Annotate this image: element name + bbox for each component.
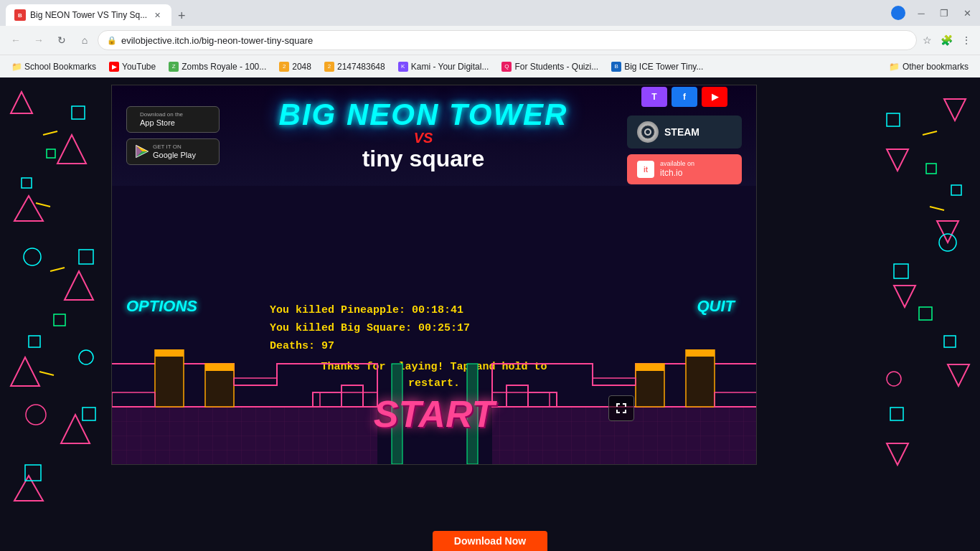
svg-marker-5: [61, 415, 90, 443]
youtube-button[interactable]: ▶: [702, 87, 727, 107]
bookmarks-bar: 📁 School Bookmarks ▶ YouTube Z Zombs Roy…: [0, 55, 980, 77]
bookmark-label: For Students - Quizi...: [514, 62, 598, 72]
game-title-area: BIG NEON TOWER VS tiny square: [234, 100, 613, 171]
ice-favicon: B: [611, 62, 621, 72]
folder-icon: 📁: [889, 62, 900, 72]
itchio-text: available on itch.io: [660, 160, 694, 178]
itchio-logo: it: [637, 161, 654, 178]
svg-rect-28: [887, 113, 900, 126]
svg-marker-27: [887, 443, 908, 465]
svg-line-33: [923, 131, 937, 135]
reload-button[interactable]: ↻: [52, 30, 72, 50]
bookmark-2048[interactable]: 2 2048: [273, 59, 317, 75]
address-bar[interactable]: 🔒 evilobjective.itch.io/big-neon-tower-t…: [98, 30, 917, 50]
youtube-favicon: ▶: [109, 62, 119, 72]
close-button[interactable]: ✕: [960, 6, 974, 20]
extensions-icon[interactable]: 🧩: [938, 32, 956, 49]
svg-rect-11: [83, 408, 95, 420]
svg-rect-50: [112, 392, 155, 407]
svg-line-16: [39, 372, 54, 375]
app-store-button[interactable]: Download on the App Store: [126, 106, 220, 133]
minimize-button[interactable]: ─: [914, 6, 928, 20]
url-text: evilobjective.itch.io/big-neon-tower-tin…: [121, 35, 908, 46]
svg-marker-6: [14, 476, 43, 501]
bookmark-label: School Bookmarks: [24, 62, 96, 72]
twitch-button[interactable]: T: [641, 87, 667, 107]
google-play-button[interactable]: GET IT ON Google Play: [126, 138, 220, 165]
svg-marker-25: [894, 286, 915, 307]
left-decorations: [0, 77, 115, 537]
svg-rect-59: [593, 378, 636, 385]
svg-rect-32: [890, 408, 903, 420]
svg-marker-24: [937, 221, 958, 242]
active-tab[interactable]: B Big NEON Tower VS Tiny Sq... ✕: [6, 4, 171, 26]
svg-marker-0: [11, 92, 32, 113]
svg-line-15: [50, 268, 65, 271]
bookmark-label: 2147483648: [337, 62, 385, 72]
svg-rect-52: [320, 392, 377, 407]
download-now-button[interactable]: Download Now: [433, 531, 547, 551]
svg-point-38: [887, 372, 901, 386]
options-button[interactable]: OPTIONS: [126, 297, 197, 316]
svg-rect-55: [686, 349, 715, 357]
svg-marker-4: [11, 357, 39, 386]
home-button[interactable]: ⌂: [75, 30, 95, 50]
itchio-button[interactable]: it available on itch.io: [627, 154, 742, 184]
new-tab-button[interactable]: +: [171, 6, 192, 26]
lock-icon: 🔒: [107, 36, 117, 45]
bookmark-kami[interactable]: K Kami - Your Digital...: [392, 59, 495, 75]
profile-icon[interactable]: [891, 6, 905, 20]
bookmark-star-icon[interactable]: ☆: [920, 32, 935, 49]
facebook-button[interactable]: f: [672, 87, 697, 107]
vs-text: VS: [248, 130, 598, 146]
bookmark-label: 2048: [292, 62, 311, 72]
svg-rect-17: [47, 149, 55, 158]
bookmark-label: Big ICE Tower Tiny...: [624, 62, 703, 72]
steam-logo: [637, 121, 659, 143]
bookmark-zombs[interactable]: Z Zombs Royale - 100...: [163, 59, 272, 75]
chrome-menu-button[interactable]: ⋮: [958, 32, 974, 49]
svg-rect-54: [686, 349, 715, 407]
tab-bar: B Big NEON Tower VS Tiny Sq... ✕ +: [6, 0, 885, 26]
forward-button[interactable]: →: [29, 30, 49, 50]
zombs-favicon: Z: [169, 62, 179, 72]
store-buttons: Download on the App Store: [126, 106, 220, 165]
bookmark-num[interactable]: 2 2147483648: [319, 59, 391, 75]
maximize-button[interactable]: ❐: [937, 6, 951, 20]
bookmark-youtube[interactable]: ▶ YouTube: [103, 59, 161, 75]
svg-marker-1: [57, 135, 86, 164]
social-icons-row: T f ▶: [641, 87, 727, 107]
game-header: Download on the App Store: [112, 85, 756, 186]
download-bar: Download Now: [0, 529, 980, 551]
google-play-icon: [136, 145, 149, 158]
svg-marker-2: [14, 196, 43, 221]
start-button[interactable]: START: [374, 392, 495, 435]
other-bookmarks-label: Other bookmarks: [903, 62, 969, 72]
other-bookmarks-button[interactable]: 📁 Other bookmarks: [883, 59, 974, 75]
steam-button[interactable]: STEAM: [627, 116, 742, 149]
svg-rect-51: [234, 378, 277, 385]
svg-rect-49: [205, 364, 234, 371]
folder-icon: 📁: [11, 62, 22, 72]
svg-point-21: [26, 405, 46, 425]
bookmark-quizi[interactable]: Q For Students - Quizi...: [496, 59, 604, 75]
game-main-area: OPTIONS You killed Pineapple: 00:18:41 Y…: [112, 186, 756, 464]
svg-line-13: [43, 131, 57, 135]
tab-favicon: B: [14, 9, 26, 21]
bookmark-ice[interactable]: B Big ICE Tower Tiny...: [606, 59, 709, 75]
bookmark-school[interactable]: 📁 School Bookmarks: [6, 59, 102, 75]
tab-close-button[interactable]: ✕: [151, 9, 163, 21]
right-buttons: T f ▶: [627, 87, 742, 184]
back-button[interactable]: ←: [6, 30, 26, 50]
svg-rect-29: [951, 185, 961, 195]
svg-rect-57: [636, 364, 664, 371]
svg-line-14: [36, 203, 50, 207]
stat-bigsquare: You killed Big Square: 00:25:17: [270, 322, 598, 334]
num-favicon: 2: [324, 62, 334, 72]
download-label: Download Now: [454, 535, 526, 547]
level-area: START: [112, 349, 756, 464]
fullscreen-button[interactable]: [608, 395, 634, 421]
svg-rect-18: [54, 314, 65, 326]
quit-button[interactable]: QUIT: [697, 297, 735, 316]
steam-label: STEAM: [664, 126, 699, 138]
